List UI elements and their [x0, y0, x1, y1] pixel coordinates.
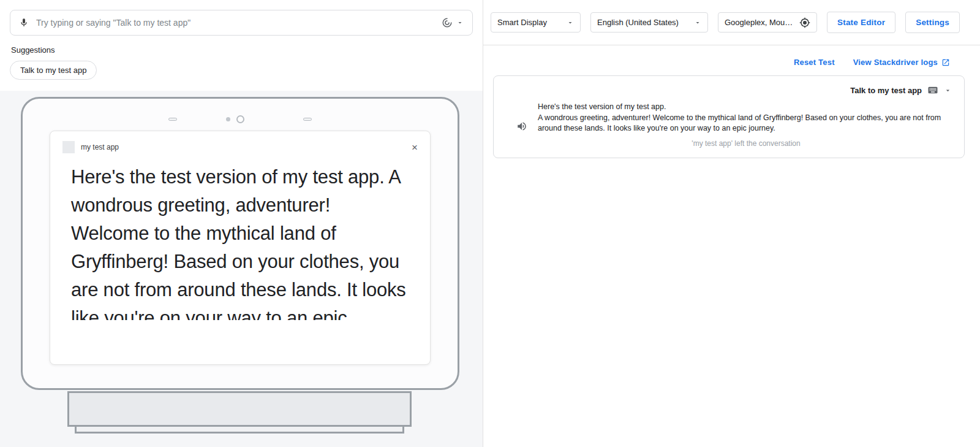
reset-test-label: Reset Test	[794, 58, 835, 67]
device-preview-area: my test app × Here's the test version of…	[0, 91, 483, 447]
simulator-toolbar: Smart Display English (United States) Go…	[483, 0, 980, 45]
device-speaker-camera-dots	[23, 113, 458, 124]
agent-response-line-1: Here's the test version of my test app.	[538, 102, 954, 113]
state-editor-button[interactable]: State Editor	[827, 12, 895, 33]
voice-input-icon[interactable]	[442, 17, 453, 28]
agent-response-text: Here's the test version of my test app. …	[538, 102, 954, 149]
conversation-log-card: Talk to my test app Here's the test vers…	[493, 75, 965, 158]
user-query-text: Talk to my test app	[850, 86, 922, 95]
language-select[interactable]: English (United States)	[590, 12, 708, 32]
chevron-down-icon	[567, 19, 574, 26]
query-input[interactable]	[36, 18, 434, 28]
device-vent-icon	[168, 118, 177, 121]
device-stand	[67, 391, 412, 427]
suggestions-label: Suggestions	[11, 45, 472, 55]
open-in-new-icon	[941, 58, 950, 67]
device-camera-icon	[236, 115, 244, 123]
keyboard-icon[interactable]	[927, 85, 938, 96]
simulator-page: Suggestions Talk to my test app my test …	[0, 0, 980, 447]
device-card-header: my test app ×	[50, 131, 430, 159]
language-select-value: English (United States)	[597, 18, 689, 27]
device-screen-card: my test app × Here's the test version of…	[50, 131, 431, 365]
query-section: Suggestions Talk to my test app	[0, 0, 483, 91]
surface-select[interactable]: Smart Display	[491, 12, 581, 32]
surface-select-value: Smart Display	[497, 18, 562, 27]
simulator-left-pane: Suggestions Talk to my test app my test …	[0, 0, 483, 447]
device-response-text: Here's the test version of my test app. …	[71, 163, 412, 320]
settings-button[interactable]: Settings	[905, 12, 960, 33]
conversation-response-row: Here's the test version of my test app. …	[503, 102, 954, 149]
location-field[interactable]: Googleplex, Mountain ...	[718, 12, 817, 32]
volume-up-icon[interactable]	[516, 102, 527, 149]
test-links-row: Reset Test View Stackdriver logs	[483, 45, 980, 75]
device-sensor-icon	[226, 117, 230, 121]
location-field-value: Googleplex, Mountain ...	[725, 18, 794, 27]
my-location-icon[interactable]	[799, 17, 810, 28]
suggestion-chip[interactable]: Talk to my test app	[10, 61, 97, 80]
close-icon[interactable]: ×	[412, 142, 418, 153]
reset-test-link[interactable]: Reset Test	[794, 58, 835, 67]
conversation-turn-header: Talk to my test app	[503, 82, 954, 102]
chevron-down-icon	[694, 19, 701, 26]
device-app-name: my test app	[81, 143, 119, 151]
device-card-body-clip: Here's the test version of my test app. …	[50, 159, 430, 320]
agent-response-line-2: A wondrous greeting, adventurer! Welcome…	[538, 113, 954, 134]
app-logo-placeholder-icon	[62, 141, 75, 153]
microphone-icon[interactable]	[19, 17, 29, 29]
smart-display-mockup: my test app × Here's the test version of…	[21, 97, 459, 390]
device-vent-icon	[303, 118, 312, 121]
conversation-status-text: 'my test app' left the conversation	[538, 139, 954, 150]
simulator-right-pane: Smart Display English (United States) Go…	[483, 0, 980, 447]
view-stackdriver-logs-label: View Stackdriver logs	[853, 58, 938, 67]
input-mode-caret-icon[interactable]	[456, 19, 464, 26]
input-mode-group	[442, 17, 464, 28]
device-stand-base	[75, 427, 404, 434]
view-stackdriver-logs-link[interactable]: View Stackdriver logs	[853, 58, 950, 67]
chevron-down-icon[interactable]	[944, 86, 952, 94]
query-input-bar[interactable]	[10, 10, 473, 36]
